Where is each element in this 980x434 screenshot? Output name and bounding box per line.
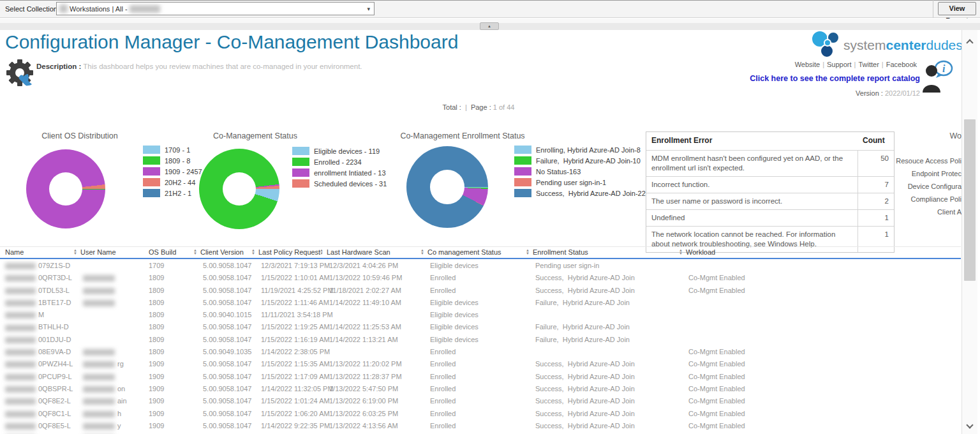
error-count: 50: [858, 151, 894, 176]
cell-os-build: 1909: [149, 383, 193, 395]
cell-enrollment-status: Success, Hybrid Azure-AD Join: [526, 420, 679, 432]
cell-enrollment-status: Success, Hybrid Azure-AD Join: [526, 395, 679, 407]
page-label: Page :: [471, 103, 491, 111]
cell-workload: Co-Mgmt Enabled: [679, 408, 961, 420]
cell-client-version: 5.00.9058.1047: [193, 358, 251, 370]
legend-label: 1909 - 2457: [165, 168, 202, 176]
vertical-scrollbar[interactable]: [961, 30, 977, 434]
cell-client-version: 5.00.9058.1047: [193, 395, 251, 407]
table-row: 1BTE17-D18095.00.9058.10471/15/2022 1:11…: [0, 297, 961, 309]
column-header-workload[interactable]: ▲▼Workload: [679, 247, 961, 257]
brand-system: system: [843, 38, 886, 52]
legend-swatch: [143, 189, 160, 197]
redacted-text: [5, 374, 36, 380]
sort-icon[interactable]: ▲▼: [420, 249, 424, 255]
sort-icon[interactable]: ▲▼: [193, 249, 197, 255]
donut-hole: [430, 170, 464, 204]
table-row: 001DJU-D18095.00.9058.10471/15/2022 1:16…: [0, 334, 961, 346]
chart-title-enrollment-status: Co-Management Enrollment Status: [396, 131, 530, 140]
cell-client-version: 5.00.9058.1047: [193, 383, 251, 395]
sort-icon[interactable]: ▲▼: [679, 249, 683, 255]
description-text: This dashboard helps you review machines…: [83, 63, 362, 70]
sort-icon[interactable]: ▲▼: [320, 249, 323, 255]
cell-user-name: [73, 285, 149, 297]
cell-client-version: 5.00.9040.1015: [193, 309, 251, 321]
cell-user-name: [73, 346, 149, 358]
column-header-last-policy-request[interactable]: ▲▼Last Policy Request: [251, 247, 320, 257]
report-catalog-link[interactable]: Click here to see the complete report ca…: [702, 74, 920, 83]
scroll-down-arrow-icon[interactable]: [966, 421, 973, 428]
cell-enrollment-status: Failure, Hybrid Azure-AD Join: [526, 321, 679, 333]
legend-item: 21H2 - 1: [143, 189, 202, 197]
column-label: Last Hardware Scan: [327, 248, 390, 256]
donut-hole: [223, 172, 256, 206]
cell-last-policy-request: 1/15/2022 1:19:25 AM: [251, 321, 320, 333]
cell-user-name: [73, 321, 149, 333]
table-row: M18095.00.9040.101511/11/2021 3:54:18 PM…: [0, 309, 961, 321]
cell-workload: [679, 321, 961, 333]
legend-item: Enrolled - 2234: [292, 158, 387, 166]
redacted-text: [83, 361, 115, 368]
scroll-up-arrow-icon[interactable]: [966, 39, 973, 46]
cell-last-hardware-scan: 12/3/2021 4:04:26 PM: [320, 260, 420, 272]
cell-workload: Co-Mgmt Enabled: [679, 346, 961, 358]
error-text: Undefined: [646, 210, 858, 226]
report-description: Description : This dashboard helps you r…: [36, 63, 362, 70]
enrollment-error-table: Enrollment Error Count MDM enrollment ha…: [646, 131, 895, 253]
cell-client-version: 5.00.9058.1047: [193, 321, 251, 333]
enrollment-error-row: Undefined1: [646, 209, 894, 226]
chevron-down-icon: ▾: [367, 6, 371, 12]
cell-workload: Co-Mgmt Enabled: [679, 383, 961, 395]
cell-os-build: 1909: [149, 358, 193, 370]
link-website[interactable]: Website: [795, 61, 820, 68]
cell-user-name: on: [73, 383, 149, 395]
table-row: 0PCUP9-L19095.00.9058.10471/15/2022 1:17…: [0, 371, 961, 383]
cell-enrollment-status: Success, Hybrid Azure-AD Join: [526, 408, 679, 420]
collection-dropdown[interactable]: Workstations | All - ▾: [56, 2, 375, 15]
legend-swatch: [143, 167, 160, 176]
column-header-co-management-status[interactable]: ▲▼Co management Status: [420, 247, 526, 257]
link-twitter[interactable]: Twitter: [858, 61, 879, 68]
cell-os-build: 1809: [149, 346, 193, 358]
cell-client-version: 5.00.9058.1047: [193, 420, 251, 432]
legend-label: Eligible devices - 119: [314, 147, 380, 155]
cell-os-build: 1809: [149, 309, 193, 321]
column-header-user-name[interactable]: ▲▼User Name: [73, 247, 149, 257]
sort-icon[interactable]: ▲▼: [251, 249, 255, 255]
table-row: 0PWZH4-Lrg19095.00.9058.10471/15/2022 1:…: [0, 358, 961, 370]
column-header-last-hardware-scan[interactable]: ▲▼Last Hardware Scan: [320, 247, 420, 257]
social-links: Website|Support|Twitter|Facebook: [753, 61, 917, 68]
cell-client-version: 5.00.9058.1047: [193, 371, 251, 383]
cell-os-build: 1809: [149, 297, 193, 309]
redacted-text: [5, 300, 36, 306]
cell-last-hardware-scan: 1/13/2022 6:19:00 PM: [320, 395, 420, 407]
page-indicator: Total : | Page : 1 of 44: [383, 103, 574, 111]
redacted-text: [5, 349, 36, 355]
cell-user-name: rg: [73, 358, 149, 370]
version-value: 2022/01/12: [885, 89, 920, 97]
cell-workload: Co-Mgmt Enabled: [679, 358, 961, 370]
cell-last-policy-request: 1/15/2022 1:01:24 AM: [251, 395, 320, 407]
link-facebook[interactable]: Facebook: [886, 61, 917, 68]
scrollbar-thumb[interactable]: [964, 119, 976, 281]
column-header-enrollment-status[interactable]: ▲▼Enrollment Status: [526, 247, 679, 257]
params-collapse-handle[interactable]: ▲: [480, 22, 499, 30]
link-support[interactable]: Support: [827, 61, 852, 68]
cell-user-name: y: [73, 420, 149, 432]
redacted-text: [83, 300, 115, 306]
cell-co-management-status: Enrolled: [420, 346, 526, 358]
redacted-text: [130, 5, 160, 13]
cell-co-management-status: Enrolled: [420, 285, 526, 297]
legend-swatch: [292, 158, 309, 166]
cell-last-hardware-scan: 1/14/2022 1:13:21 AM: [320, 334, 420, 346]
cell-name: 0QBSPR-L: [5, 383, 73, 395]
error-text: MDM enrollment hasn't been configured ye…: [646, 151, 858, 176]
donut-hole: [49, 172, 82, 206]
cell-co-management-status: Enrolled: [420, 395, 526, 407]
sort-icon[interactable]: ▲▼: [526, 249, 530, 255]
cell-user-name: [73, 309, 149, 321]
sort-icon[interactable]: ▲▼: [73, 249, 77, 255]
cell-name: 0QRT3D-L: [5, 272, 73, 284]
column-header-client-version[interactable]: ▲▼Client Version: [193, 247, 251, 257]
view-report-button[interactable]: View Report: [938, 2, 976, 15]
